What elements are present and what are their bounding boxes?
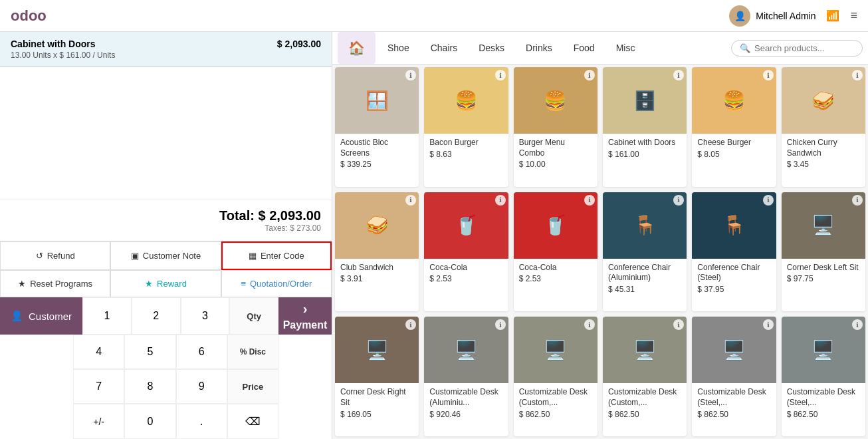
product-card-conf-chair-st[interactable]: 🪑 ℹ Conference Chair (Steel) $ 37.95: [692, 192, 776, 312]
customer-button[interactable]: 👤 Customer: [0, 297, 82, 335]
order-header: Cabinet with Doors $ 2,093.00 13.00 Unit…: [0, 32, 332, 67]
product-card-cheese-burger[interactable]: 🍔 ℹ Cheese Burger $ 8.05: [692, 67, 776, 187]
numpad-3[interactable]: 3: [181, 297, 230, 335]
home-button[interactable]: 🏠: [338, 32, 376, 64]
product-price-club-sandwich: $ 3.91: [340, 274, 413, 283]
info-badge-coca-cola-1[interactable]: ℹ: [495, 195, 506, 206]
product-name-burger-combo: Burger Menu Combo: [519, 138, 592, 158]
product-info-corner-right: Corner Desk Right Sit $ 169.05: [335, 383, 419, 424]
enter-code-button[interactable]: ▦ Enter Code: [221, 241, 332, 270]
product-card-coca-cola-1[interactable]: 🥤 ℹ Coca-Cola $ 2.53: [424, 192, 508, 312]
product-card-custom-st1[interactable]: 🖥️ ℹ Customizable Desk (Steel,... $ 862.…: [692, 317, 776, 436]
product-name-coca-cola-2: Coca-Cola: [519, 263, 592, 273]
product-price-custom-st1: $ 862.50: [697, 410, 770, 419]
reset-programs-button[interactable]: ★ Reset Programs: [0, 270, 110, 297]
numpad-plusminus[interactable]: +/-: [73, 404, 124, 439]
search-area[interactable]: 🔍: [731, 40, 863, 57]
payment-button[interactable]: › Payment: [278, 297, 332, 335]
product-info-custom-st2: Customizable Desk (Steel,... $ 862.50: [782, 383, 865, 424]
product-price-conf-chair-st: $ 37.95: [697, 285, 770, 294]
numpad-dot[interactable]: .: [176, 404, 227, 439]
product-info-custom-c2: Customizable Desk (Custom,... $ 862.50: [603, 383, 687, 424]
star-icon: ★: [18, 279, 26, 289]
product-price-coca-cola-2: $ 2.53: [519, 274, 592, 283]
product-info-bacon-burger: Bacon Burger $ 8.63: [424, 134, 508, 164]
product-info-club-sandwich: Club Sandwich $ 3.91: [335, 259, 419, 289]
product-card-custom-c2[interactable]: 🖥️ ℹ Customizable Desk (Custom,... $ 862…: [603, 317, 687, 436]
category-shoe[interactable]: Shoe: [378, 35, 419, 61]
numpad-row-4: +/- 0 . ⌫: [0, 404, 332, 439]
order-price: $ 2,093.00: [277, 39, 321, 49]
product-price-custom-c2: $ 862.50: [608, 410, 681, 419]
product-card-acoustic[interactable]: 🪟 ℹ Acoustic Bloc Screens $ 339.25: [335, 67, 419, 187]
product-info-conf-chair-al: Conference Chair (Aluminium) $ 45.31: [603, 259, 687, 299]
product-card-bacon-burger[interactable]: 🍔 ℹ Bacon Burger $ 8.63: [424, 67, 508, 187]
product-price-coca-cola-1: $ 2.53: [429, 274, 502, 283]
product-price-custom-c1: $ 862.50: [519, 410, 592, 419]
numpad-4[interactable]: 4: [73, 335, 124, 369]
order-subtitle: 13.00 Units x $ 161.00 / Units: [11, 51, 321, 60]
product-card-corner-right[interactable]: 🖥️ ℹ Corner Desk Right Sit $ 169.05: [335, 317, 419, 436]
quotation-order-button[interactable]: ≡ Quotation/Order: [221, 270, 332, 297]
product-name-custom-al: Customizable Desk (Aluminiu...: [429, 387, 502, 408]
numpad-disc[interactable]: % Disc: [227, 335, 278, 369]
info-badge-conf-chair-st[interactable]: ℹ: [763, 195, 774, 206]
info-badge-burger-combo[interactable]: ℹ: [584, 70, 595, 80]
product-info-cheese-burger: Cheese Burger $ 8.05: [692, 134, 776, 164]
numpad-5[interactable]: 5: [124, 335, 175, 369]
product-card-chicken-curry[interactable]: 🥪 ℹ Chicken Curry Sandwich $ 3.45: [782, 67, 865, 187]
info-badge-conf-chair-al[interactable]: ℹ: [673, 195, 684, 206]
hamburger-menu-icon[interactable]: ≡: [850, 9, 857, 23]
product-card-custom-al[interactable]: 🖥️ ℹ Customizable Desk (Aluminiu... $ 92…: [424, 317, 508, 436]
product-price-bacon-burger: $ 8.63: [429, 150, 502, 159]
numpad-2[interactable]: 2: [132, 297, 181, 335]
product-card-club-sandwich[interactable]: 🥪 ℹ Club Sandwich $ 3.91: [335, 192, 419, 312]
product-card-conf-chair-al[interactable]: 🪑 ℹ Conference Chair (Aluminium) $ 45.31: [603, 192, 687, 312]
product-card-coca-cola-2[interactable]: 🥤 ℹ Coca-Cola $ 2.53: [514, 192, 597, 312]
product-name-conf-chair-al: Conference Chair (Aluminium): [608, 263, 681, 283]
product-price-corner-left: $ 97.75: [787, 274, 860, 283]
info-badge-bacon-burger[interactable]: ℹ: [495, 70, 506, 80]
barcode-icon: ▦: [249, 251, 257, 261]
numpad-7[interactable]: 7: [73, 369, 124, 404]
category-drinks[interactable]: Drinks: [516, 35, 562, 61]
numpad-price[interactable]: Price: [227, 369, 278, 404]
category-nav: 🏠 Shoe Chairs Desks Drinks Food Misc 🔍: [332, 32, 868, 65]
info-badge-coca-cola-2[interactable]: ℹ: [584, 195, 595, 206]
action-buttons: ↺ Refund ▣ Customer Note ▦ Enter Code ★ …: [0, 241, 332, 297]
category-misc[interactable]: Misc: [607, 35, 645, 61]
customer-note-button[interactable]: ▣ Customer Note: [110, 241, 221, 270]
product-card-corner-left[interactable]: 🖥️ ℹ Corner Desk Left Sit $ 97.75: [782, 192, 865, 312]
numpad-8[interactable]: 8: [124, 369, 175, 404]
refund-button[interactable]: ↺ Refund: [0, 241, 110, 270]
product-info-coca-cola-2: Coca-Cola $ 2.53: [514, 259, 597, 289]
product-name-acoustic: Acoustic Bloc Screens: [340, 138, 413, 158]
numpad-backspace[interactable]: ⌫: [227, 404, 278, 439]
numpad-6[interactable]: 6: [176, 335, 227, 369]
search-input[interactable]: [754, 43, 854, 53]
product-card-custom-c1[interactable]: 🖥️ ℹ Customizable Desk (Custom,... $ 862…: [514, 317, 597, 436]
category-desks[interactable]: Desks: [469, 35, 514, 61]
note-icon: ▣: [131, 251, 139, 261]
product-name-cheese-burger: Cheese Burger: [697, 138, 770, 148]
top-bar: odoo 👤 Mitchell Admin 📶 ≡: [0, 0, 868, 32]
info-badge-club-sandwich[interactable]: ℹ: [405, 195, 416, 206]
numpad-0[interactable]: 0: [124, 404, 175, 439]
reward-button[interactable]: ★ Reward: [110, 270, 221, 297]
numpad-9[interactable]: 9: [176, 369, 227, 404]
numpad-qty[interactable]: Qty: [229, 297, 278, 335]
info-badge-corner-left[interactable]: ℹ: [852, 195, 863, 206]
info-badge-custom-st1[interactable]: ℹ: [763, 319, 774, 330]
info-badge-cheese-burger[interactable]: ℹ: [763, 70, 774, 80]
wifi-icon: 📶: [826, 9, 839, 22]
info-badge-custom-al[interactable]: ℹ: [495, 319, 506, 330]
product-name-conf-chair-st: Conference Chair (Steel): [697, 263, 770, 283]
product-card-burger-combo[interactable]: 🍔 ℹ Burger Menu Combo $ 10.00: [514, 67, 597, 187]
product-card-cabinet[interactable]: 🗄️ ℹ Cabinet with Doors $ 161.00: [603, 67, 687, 187]
product-card-custom-st2[interactable]: 🖥️ ℹ Customizable Desk (Steel,... $ 862.…: [782, 317, 865, 436]
category-food[interactable]: Food: [564, 35, 604, 61]
category-chairs[interactable]: Chairs: [421, 35, 467, 61]
numpad-1[interactable]: 1: [82, 297, 132, 335]
product-info-custom-st1: Customizable Desk (Steel,... $ 862.50: [692, 383, 776, 424]
info-badge-chicken-curry[interactable]: ℹ: [852, 70, 863, 80]
